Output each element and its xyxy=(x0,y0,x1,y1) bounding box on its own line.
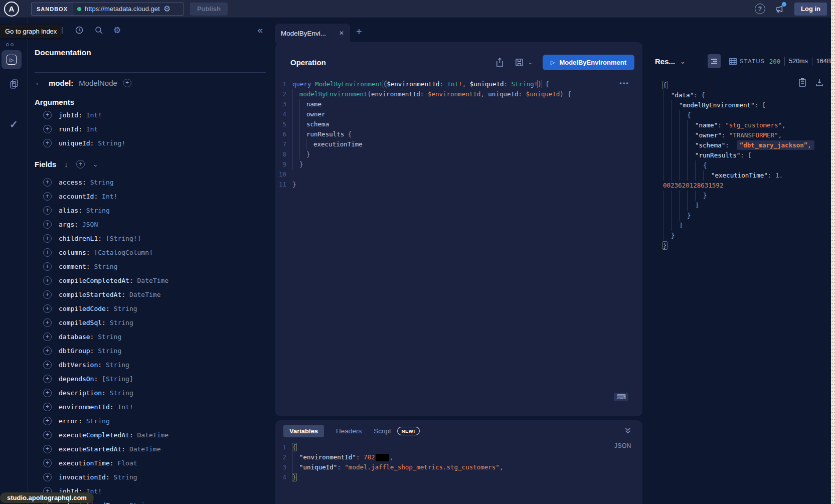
new-tab-button[interactable] xyxy=(356,26,362,38)
response-body[interactable]: {"data": {"modelByEnvironment": [{"name"… xyxy=(655,80,831,251)
type-link[interactable]: ModelNode xyxy=(79,79,117,87)
field-row[interactable]: description: String xyxy=(35,386,266,400)
add-field-icon[interactable] xyxy=(43,276,52,285)
operation-editor[interactable]: 1query ModelByEnvironment($environmentId… xyxy=(275,79,642,190)
add-field-icon[interactable] xyxy=(43,332,52,341)
field-row[interactable]: database: String xyxy=(35,329,266,344)
arguments-title: Arguments xyxy=(35,96,266,108)
field-row[interactable]: args: JSON xyxy=(35,217,266,231)
endpoint-url-input[interactable]: https://metadata.cloud.get ⚙ xyxy=(73,3,184,16)
add-field-icon[interactable] xyxy=(43,262,52,271)
browser-edge-strip xyxy=(831,0,835,504)
field-row[interactable]: compiledSql: String xyxy=(35,315,266,329)
table-view-icon[interactable] xyxy=(727,54,740,68)
field-row[interactable]: environmentId: Int! xyxy=(35,400,266,414)
add-field-icon[interactable] xyxy=(43,347,52,355)
field-row[interactable]: executionTime: Float xyxy=(35,456,266,470)
collapse-docs-icon[interactable] xyxy=(257,25,263,36)
field-row[interactable]: dbtGroup: String xyxy=(35,344,266,358)
editor-options-icon[interactable] xyxy=(619,79,629,87)
field-row[interactable]: error: String xyxy=(35,414,266,428)
response-title[interactable]: Res... xyxy=(655,57,675,66)
explorer-icon xyxy=(7,55,17,65)
connection-status-dot xyxy=(77,7,81,11)
announcements-megaphone-icon[interactable] xyxy=(774,4,785,15)
save-chevron-icon[interactable] xyxy=(528,59,533,66)
add-field-icon[interactable] xyxy=(43,473,52,481)
history-icon[interactable] xyxy=(74,25,84,35)
endpoint-url-text[interactable]: https://metadata.cloud.get xyxy=(85,5,160,13)
tab-headers[interactable]: Headers xyxy=(336,427,362,435)
search-icon[interactable] xyxy=(94,25,104,35)
argument-row[interactable]: uniqueId: String! xyxy=(35,136,266,150)
add-argument-icon[interactable] xyxy=(43,125,52,133)
field-row[interactable]: childrenL1: [String!] xyxy=(35,231,266,245)
collapse-panel-icon[interactable] xyxy=(623,426,632,435)
add-field-icon[interactable] xyxy=(43,375,52,383)
argument-row[interactable]: runId: Int xyxy=(35,122,266,136)
tab-modelbyenvironment[interactable]: ModelByEnvi... xyxy=(275,24,350,43)
response-chevron-icon[interactable] xyxy=(680,58,686,65)
field-row[interactable]: dependsOn: [String] xyxy=(35,372,266,386)
add-field-icon[interactable] xyxy=(43,290,52,299)
add-field-icon[interactable] xyxy=(43,318,52,327)
field-row[interactable]: dbtVersion: String xyxy=(35,358,266,372)
add-argument-icon[interactable] xyxy=(43,111,52,119)
graph-index-icon[interactable] xyxy=(6,43,9,46)
copy-response-icon[interactable] xyxy=(798,77,807,87)
argument-row[interactable]: jobId: Int! xyxy=(35,108,266,122)
add-field-icon[interactable] xyxy=(43,234,52,243)
json-view-icon[interactable] xyxy=(708,54,721,68)
field-row[interactable]: executeStartedAt: DateTime xyxy=(35,442,266,456)
field-row[interactable]: access: String xyxy=(35,175,266,189)
tab-script[interactable]: Script xyxy=(374,427,391,435)
apollo-logo[interactable]: A xyxy=(4,2,19,17)
arguments-list: jobId: Int! runId: Int uniqueId: String! xyxy=(35,108,266,150)
endpoint-settings-gear-icon[interactable]: ⚙ xyxy=(163,5,171,13)
field-row[interactable]: executeCompletedAt: DateTime xyxy=(35,428,266,442)
sort-fields-icon[interactable] xyxy=(64,160,68,169)
sidebar-item-checks[interactable] xyxy=(10,118,18,130)
add-field-icon[interactable] xyxy=(43,206,52,215)
add-field-icon[interactable] xyxy=(43,431,52,439)
settings-gear-icon[interactable]: ⚙ xyxy=(113,26,121,35)
chevron-down-icon[interactable] xyxy=(93,160,98,168)
sidebar-item-collections[interactable] xyxy=(9,78,20,89)
field-row[interactable]: invocationId: String xyxy=(35,470,266,484)
keyboard-shortcuts-icon[interactable] xyxy=(614,393,628,401)
back-arrow-icon[interactable] xyxy=(35,78,43,88)
add-field-icon[interactable] xyxy=(43,220,52,229)
add-field-icon[interactable] xyxy=(43,389,52,397)
tab-variables[interactable]: Variables xyxy=(283,425,324,437)
run-operation-button[interactable]: ModelByEnvironment xyxy=(543,55,634,70)
add-all-fields-icon[interactable] xyxy=(76,160,85,169)
add-argument-icon[interactable] xyxy=(43,139,52,147)
add-field-icon[interactable] xyxy=(43,304,52,313)
field-row[interactable]: compileStartedAt: DateTime xyxy=(35,287,266,301)
field-row[interactable]: alias: String xyxy=(35,203,266,217)
download-response-icon[interactable] xyxy=(815,77,824,87)
add-field-icon[interactable] xyxy=(43,417,52,425)
login-button[interactable]: Log in xyxy=(794,3,827,16)
tab-close-icon[interactable] xyxy=(339,30,344,37)
add-field-icon[interactable] xyxy=(43,248,52,257)
field-row[interactable]: compileCompletedAt: DateTime xyxy=(35,273,266,287)
add-field-icon[interactable] xyxy=(43,459,52,467)
add-field-icon[interactable] xyxy=(43,403,52,411)
field-row[interactable]: compiledCode: String xyxy=(35,301,266,315)
add-field-icon[interactable] xyxy=(43,361,52,369)
add-field-icon[interactable] xyxy=(43,178,52,187)
sidebar-item-explorer[interactable] xyxy=(2,50,22,69)
field-row[interactable]: accountId: Int! xyxy=(35,189,266,203)
help-icon[interactable] xyxy=(755,4,765,14)
add-type-icon[interactable] xyxy=(123,79,131,87)
field-row[interactable]: comment: String xyxy=(35,259,266,273)
publish-button[interactable]: Publish xyxy=(190,3,228,16)
variables-editor[interactable]: 1{2"environmentId": 782,3"uniqueId": "mo… xyxy=(275,442,642,482)
save-icon[interactable] xyxy=(515,58,524,67)
add-field-icon[interactable] xyxy=(43,445,52,453)
field-row[interactable]: columns: [CatalogColumn] xyxy=(35,245,266,259)
add-field-icon[interactable] xyxy=(43,192,52,201)
share-icon[interactable] xyxy=(495,57,505,68)
documentation-title: Documentation xyxy=(35,48,266,60)
